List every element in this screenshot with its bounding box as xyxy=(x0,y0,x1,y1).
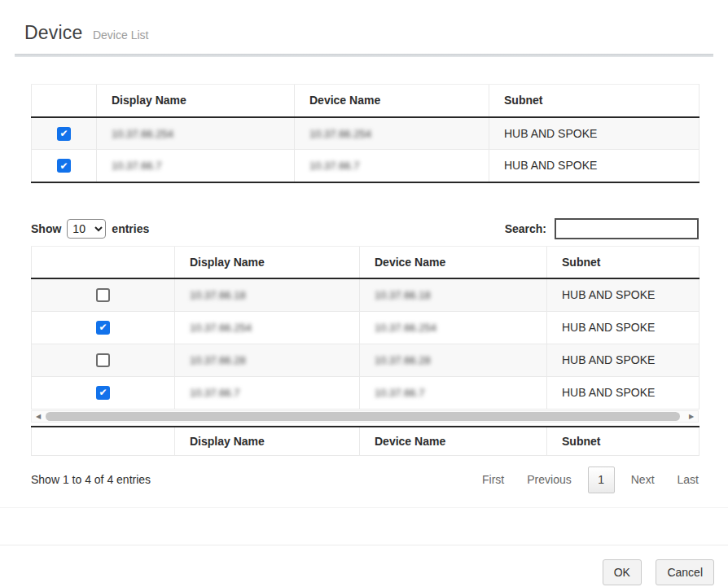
table-footer-row: Display Name Device Name Subnet xyxy=(32,427,699,456)
subnet-column-footer: Subnet xyxy=(547,427,699,456)
main-content: Display Name Device Name Subnet ✔10.37.6… xyxy=(31,84,699,493)
table-row: ✔10.37.66.25410.37.66.254HUB AND SPOKE xyxy=(32,311,699,344)
display-name-cell: 10.37.66.254 xyxy=(97,117,295,150)
selected-devices-table: Display Name Device Name Subnet ✔10.37.6… xyxy=(31,84,699,183)
device-name-cell: 10.37.66.254 xyxy=(295,117,489,150)
horizontal-scrollbar[interactable]: ◀ ▶ xyxy=(31,410,699,423)
table-info-row: Show 1 to 4 of 4 entries First Previous … xyxy=(31,466,699,493)
row-checkbox[interactable] xyxy=(96,353,110,367)
scroll-left-arrow-icon[interactable]: ◀ xyxy=(32,411,45,422)
scrollbar-thumb[interactable] xyxy=(46,412,680,421)
device-name-cell: 10.37.66.28 xyxy=(360,344,547,376)
redacted-text: 10.37.66.254 xyxy=(309,128,371,140)
display-name-cell: 10.37.66.7 xyxy=(175,376,360,409)
redacted-text: 10.37.66.7 xyxy=(375,387,424,399)
checkbox-cell: ✔ xyxy=(32,376,175,409)
page-size-select[interactable]: 10 xyxy=(67,219,106,239)
subnet-column-header: Subnet xyxy=(489,85,699,117)
checkbox-column-header xyxy=(32,85,97,117)
device-name-cell: 10.37.66.7 xyxy=(360,376,547,409)
row-checkbox[interactable]: ✔ xyxy=(96,386,110,400)
subnet-cell: HUB AND SPOKE xyxy=(547,376,699,409)
display-name-cell: 10.37.66.7 xyxy=(97,150,295,182)
row-checkbox[interactable]: ✔ xyxy=(57,127,71,141)
redacted-text: 10.37.66.254 xyxy=(112,128,173,140)
device-name-column-header: Device Name xyxy=(360,246,547,278)
device-name-column-header: Device Name xyxy=(295,85,489,117)
page-size-control: Show 10 entries xyxy=(31,219,149,239)
subnet-cell: HUB AND SPOKE xyxy=(547,311,699,344)
redacted-text: 10.37.66.254 xyxy=(190,322,252,334)
table-row: ✔10.37.66.710.37.66.7HUB AND SPOKE xyxy=(32,376,699,409)
device-list-table-footer: Display Name Device Name Subnet xyxy=(31,426,699,457)
subnet-cell: HUB AND SPOKE xyxy=(489,150,699,182)
redacted-text: 10.37.66.7 xyxy=(112,160,161,172)
checkbox-column-header xyxy=(32,246,175,278)
subnet-cell: HUB AND SPOKE xyxy=(547,278,699,311)
display-name-cell: 10.37.66.18 xyxy=(175,278,360,311)
show-label: Show xyxy=(31,222,61,235)
pagination-last[interactable]: Last xyxy=(678,473,699,486)
page-header: Device Device List xyxy=(0,0,728,44)
device-name-column-footer: Device Name xyxy=(360,427,547,456)
checkbox-cell xyxy=(32,278,175,311)
redacted-text: 10.37.66.18 xyxy=(190,289,246,301)
title-divider xyxy=(15,54,713,57)
pagination-first[interactable]: First xyxy=(482,473,504,486)
cancel-button[interactable]: Cancel xyxy=(656,559,714,585)
row-checkbox[interactable]: ✔ xyxy=(96,321,110,335)
table-row: 10.37.66.2810.37.66.28HUB AND SPOKE xyxy=(32,344,699,376)
display-name-column-header: Display Name xyxy=(97,85,295,117)
entries-summary: Show 1 to 4 of 4 entries xyxy=(31,473,151,486)
pagination-previous[interactable]: Previous xyxy=(527,473,571,486)
redacted-text: 10.37.66.254 xyxy=(375,322,436,334)
redacted-text: 10.37.66.28 xyxy=(375,354,431,366)
redacted-text: 10.37.66.28 xyxy=(190,354,246,366)
checkbox-column-footer xyxy=(32,427,175,456)
table-row: ✔10.37.66.25410.37.66.254HUB AND SPOKE xyxy=(32,117,699,150)
redacted-text: 10.37.66.7 xyxy=(309,160,359,172)
device-name-cell: 10.37.66.254 xyxy=(360,311,547,344)
scroll-right-arrow-icon[interactable]: ▶ xyxy=(685,411,698,422)
search-control: Search: xyxy=(505,218,699,239)
table-controls: Show 10 entries Search: xyxy=(31,218,699,239)
pagination-page-1[interactable]: 1 xyxy=(588,467,615,493)
display-name-column-footer: Display Name xyxy=(175,427,360,456)
device-name-cell: 10.37.66.18 xyxy=(360,278,547,311)
device-name-cell: 10.37.66.7 xyxy=(295,150,489,182)
table-header-row: Display Name Device Name Subnet xyxy=(32,85,699,117)
content-divider xyxy=(0,507,728,508)
redacted-text: 10.37.66.18 xyxy=(375,289,431,301)
device-list-table: Display Name Device Name Subnet 10.37.66… xyxy=(31,246,699,410)
pagination-next[interactable]: Next xyxy=(631,473,655,486)
subnet-cell: HUB AND SPOKE xyxy=(489,117,699,150)
search-label: Search: xyxy=(505,222,546,235)
dialog-button-bar: OK Cancel xyxy=(0,545,728,585)
display-name-cell: 10.37.66.28 xyxy=(175,344,360,376)
subnet-cell: HUB AND SPOKE xyxy=(547,344,699,376)
redacted-text: 10.37.66.7 xyxy=(190,387,239,399)
search-input[interactable] xyxy=(555,218,699,239)
table-row: 10.37.66.1810.37.66.18HUB AND SPOKE xyxy=(32,278,699,311)
checkbox-cell xyxy=(32,344,175,376)
checkbox-cell: ✔ xyxy=(32,117,97,150)
row-checkbox[interactable]: ✔ xyxy=(57,159,71,173)
ok-button[interactable]: OK xyxy=(603,559,642,585)
display-name-column-header: Display Name xyxy=(175,246,360,278)
table-header-row: Display Name Device Name Subnet xyxy=(32,246,699,278)
subnet-column-header: Subnet xyxy=(547,246,699,278)
checkbox-cell: ✔ xyxy=(32,311,175,344)
page-subtitle: Device List xyxy=(93,28,148,42)
entries-label: entries xyxy=(112,222,149,235)
row-checkbox[interactable] xyxy=(96,288,110,302)
table-row: ✔10.37.66.710.37.66.7HUB AND SPOKE xyxy=(32,150,699,182)
page-title: Device xyxy=(24,22,83,44)
display-name-cell: 10.37.66.254 xyxy=(175,311,360,344)
checkbox-cell: ✔ xyxy=(32,150,97,182)
pagination: First Previous 1 Next Last xyxy=(482,467,699,493)
